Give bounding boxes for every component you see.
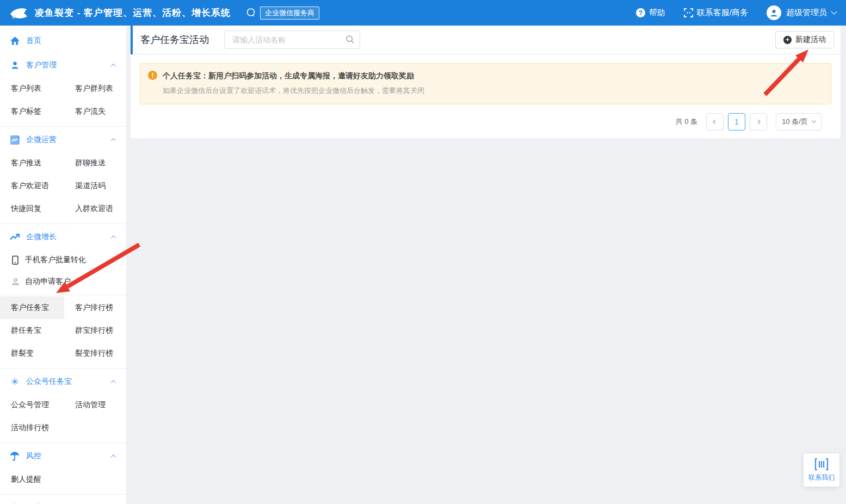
sidebar-item[interactable]: 渠道活码 — [64, 175, 126, 197]
contact-us-widget[interactable]: 联系我们 — [804, 453, 839, 487]
sidebar-item-grid: 客户推送群聊推送客户欢迎语渠道活码快捷回复入群欢迎语 — [0, 152, 126, 220]
sidebar-home-label: 首页 — [26, 36, 41, 46]
sidebar-section-enterprise-mgmt: 企业管理企业号授权企业通讯录 — [0, 495, 126, 504]
sidebar-item[interactable]: 客户标签 — [0, 100, 64, 123]
page-header: 客户任务宝活动 + 新建活动 — [131, 26, 841, 54]
new-activity-label: 新建活动 — [795, 35, 826, 45]
corner-brackets-icon — [684, 8, 693, 17]
sidebar-item[interactable]: 群任务宝 — [0, 319, 64, 342]
sidebar-item-label: 手机客户批量转化 — [25, 255, 86, 265]
warning-icon: ! — [148, 71, 157, 80]
chevron-right-icon — [756, 119, 761, 123]
sidebar-item[interactable]: 入群欢迎语 — [64, 197, 126, 220]
contact-us-label: 联系我们 — [808, 473, 835, 482]
sidebar-item[interactable]: 快捷回复 — [0, 197, 64, 220]
top-header: 凌鱼裂变 - 客户管理、运营、活粉、增长系统 企业微信服务商 ? 帮助 联系客服… — [0, 0, 846, 26]
sidebar-item-grid: 客户列表客户群列表客户标签客户流失 — [0, 77, 126, 123]
divider — [0, 295, 126, 295]
sidebar-sections: 客户管理客户列表客户群列表客户标签客户流失企微运营客户推送群聊推送客户欢迎语渠道… — [0, 52, 126, 504]
sidebar-item[interactable]: 公众号管理 — [0, 394, 64, 416]
contact-support-label: 联系客服/商务 — [697, 8, 748, 18]
sidebar-item-label: 自动申请客户 — [25, 277, 71, 287]
sidebar-item[interactable]: 群聊推送 — [64, 152, 126, 175]
page-layout: 首页 客户管理客户列表客户群列表客户标签客户流失企微运营客户推送群聊推送客户欢迎… — [0, 26, 846, 504]
topbar-right: ? 帮助 联系客服/商务 超级管理员 — [636, 5, 836, 20]
chevron-up-icon — [111, 454, 116, 459]
sidebar-item[interactable]: 客户群列表 — [64, 77, 126, 100]
sidebar-item-grid: 删人提醒 — [0, 468, 126, 491]
chat-bubble-icon — [246, 8, 257, 18]
user-icon — [10, 60, 20, 70]
warning-banner: ! 个人任务宝：新用户扫码参加活动，生成专属海报，邀请好友助力领取奖励 如果企业… — [140, 63, 831, 104]
sidebar-section-header-official-account-taskbao[interactable]: ✳公众号任务宝 — [0, 369, 126, 394]
activity-search-input[interactable] — [224, 30, 360, 49]
sidebar-section-header-wecom-growth[interactable]: 企微增长 — [0, 224, 126, 249]
pagination-prev-button[interactable] — [706, 113, 724, 130]
search-icon — [345, 35, 355, 46]
service-badge-group: 企业微信服务商 — [246, 7, 319, 20]
sidebar-item[interactable]: 裂变排行榜 — [64, 342, 126, 365]
sidebar-item[interactable]: 活动管理 — [64, 394, 126, 416]
plus-circle-icon: + — [783, 36, 792, 44]
chevron-up-icon — [111, 63, 116, 69]
warning-description: 如果企业微信后台设置了欢迎语话术，将优先按照企业微信后台触发，需要将其关闭 — [163, 85, 424, 96]
sidebar-item[interactable]: 自动申请客户 — [0, 271, 126, 293]
sidebar-section-label: 公众号任务宝 — [26, 377, 72, 387]
empty-area — [131, 138, 841, 504]
sidebar-item-grid: 客户任务宝客户排行榜群任务宝群宝排行榜群裂变裂变排行榜 — [0, 296, 126, 365]
phone-icon — [11, 256, 20, 264]
pagination-next-button[interactable] — [750, 113, 767, 130]
sidebar-section-wecom-ops: 企微运营客户推送群聊推送客户欢迎语渠道活码快捷回复入群欢迎语 — [0, 127, 126, 220]
sidebar-item[interactable]: 客户流失 — [64, 100, 126, 123]
pagination: 共 0 条 1 10 条/页 — [140, 113, 822, 130]
help-icon: ? — [636, 8, 645, 17]
sidebar-section-header-enterprise-mgmt[interactable]: 企业管理 — [0, 495, 126, 504]
sidebar-item[interactable]: 群裂变 — [0, 342, 64, 365]
pagination-page-1[interactable]: 1 — [728, 113, 745, 130]
sidebar-section-customer-mgmt: 客户管理客户列表客户群列表客户标签客户流失 — [0, 52, 126, 123]
help-link[interactable]: ? 帮助 — [636, 8, 665, 18]
trend-icon — [10, 232, 20, 242]
sidebar-section-label: 企微增长 — [26, 232, 57, 242]
sidebar-item[interactable]: 手机客户批量转化 — [0, 249, 126, 271]
home-icon — [10, 36, 20, 46]
page-size-select[interactable]: 10 条/页 — [776, 113, 822, 130]
sidebar-item[interactable]: 客户排行榜 — [64, 296, 126, 319]
user-menu[interactable]: 超级管理员 — [767, 5, 836, 20]
chevron-up-icon — [111, 235, 116, 240]
sidebar-item[interactable]: 客户任务宝 — [0, 296, 64, 319]
sidebar-section-label: 风控 — [26, 451, 41, 461]
sidebar-item[interactable]: 客户推送 — [0, 152, 64, 175]
sidebar-item[interactable]: 群宝排行榜 — [64, 319, 126, 342]
page-title: 客户任务宝活动 — [140, 33, 209, 46]
avatar — [767, 5, 781, 20]
activity-search — [224, 30, 360, 49]
warning-text: 个人任务宝：新用户扫码参加活动，生成专属海报，邀请好友助力领取奖励 如果企业微信… — [163, 70, 424, 96]
title-accent-bar — [131, 26, 133, 54]
user-name: 超级管理员 — [786, 8, 827, 18]
sidebar-section-header-risk-control[interactable]: 风控 — [0, 443, 126, 468]
sidebar-item-home[interactable]: 首页 — [0, 26, 126, 52]
sidebar-section-label: 企微运营 — [26, 135, 57, 145]
chevron-up-icon — [111, 379, 116, 385]
contact-support-link[interactable]: 联系客服/商务 — [684, 8, 748, 18]
sidebar-item[interactable]: 删人提醒 — [0, 468, 64, 491]
umbrella-icon — [10, 451, 20, 461]
sidebar-section-label: 客户管理 — [26, 60, 57, 70]
app-logo-icon — [9, 4, 30, 22]
sidebar-item[interactable]: 活动排行榜 — [0, 416, 64, 439]
sidebar-item[interactable]: 客户列表 — [0, 77, 64, 100]
chevron-up-icon — [111, 138, 116, 143]
pagination-total: 共 0 条 — [676, 117, 697, 127]
sidebar: 首页 客户管理客户列表客户群列表客户标签客户流失企微运营客户推送群聊推送客户欢迎… — [0, 26, 126, 504]
chevron-down-icon — [831, 8, 837, 14]
sidebar-section-header-wecom-ops[interactable]: 企微运营 — [0, 127, 126, 152]
sidebar-item[interactable]: 客户欢迎语 — [0, 175, 64, 197]
new-activity-button[interactable]: + 新建活动 — [775, 31, 834, 48]
person-icon — [11, 277, 20, 286]
sidebar-section-header-customer-mgmt[interactable]: 客户管理 — [0, 52, 126, 77]
sidebar-section-risk-control: 风控删人提醒 — [0, 443, 126, 491]
sidebar-item-grid: 公众号管理活动管理活动排行榜 — [0, 394, 126, 439]
content-panel: ! 个人任务宝：新用户扫码参加活动，生成专属海报，邀请好友助力领取奖励 如果企业… — [131, 54, 841, 138]
sidebar-section-official-account-taskbao: ✳公众号任务宝公众号管理活动管理活动排行榜 — [0, 369, 126, 439]
